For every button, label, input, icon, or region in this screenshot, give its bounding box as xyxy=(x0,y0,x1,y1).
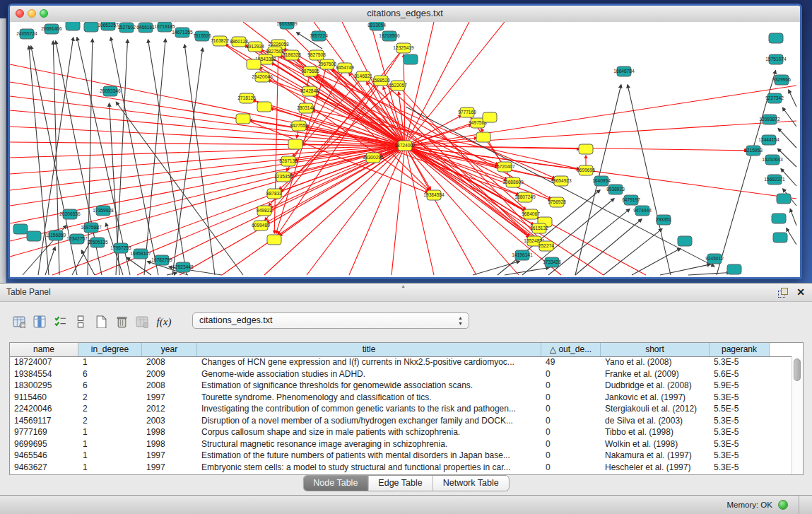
memory-ok-indicator-icon[interactable] xyxy=(778,500,788,510)
graph-node[interactable]: 12093872 xyxy=(759,115,780,124)
split-pane-handle[interactable]: ▴ xyxy=(402,283,405,289)
graph-node[interactable]: 8267130 xyxy=(279,156,298,166)
graph-edge[interactable] xyxy=(126,257,151,275)
graph-node[interactable]: 293351 xyxy=(656,215,671,225)
graph-edge[interactable] xyxy=(575,219,642,275)
graph-node[interactable]: 10688609 xyxy=(502,177,524,187)
network-window[interactable]: citations_edges.txt 18724007183002959777… xyxy=(8,4,802,279)
graph-node[interactable]: 1527602 xyxy=(117,23,136,33)
graph-node[interactable]: 9827508 xyxy=(307,50,326,60)
table-row[interactable]: 1938455462009Genome-wide association stu… xyxy=(10,368,792,380)
graph-node[interactable] xyxy=(404,54,418,64)
graph-node[interactable] xyxy=(678,236,692,246)
graph-node[interactable]: 8813054 xyxy=(367,22,386,30)
column-header-out_de...[interactable]: △ out_de... xyxy=(541,343,601,356)
graph-node[interactable]: 14671355 xyxy=(172,28,193,37)
function-builder-button[interactable]: f(x) xyxy=(153,313,175,331)
column-header-short[interactable]: short xyxy=(601,343,710,356)
scrollbar-thumb[interactable] xyxy=(794,358,801,381)
graph-edge[interactable] xyxy=(660,264,710,275)
graph-node[interactable]: 252274 xyxy=(539,241,554,251)
column-header-in_degree[interactable]: in_degree xyxy=(78,343,142,356)
graph-node[interactable]: 9329966 xyxy=(772,75,791,85)
citation-network-graph[interactable]: 1872400718300295977716994975687163822886… xyxy=(10,22,800,277)
select-columns-button[interactable] xyxy=(51,313,69,331)
column-header-year[interactable]: year xyxy=(142,343,197,356)
new-column-button[interactable] xyxy=(92,313,110,331)
table-row[interactable]: 969969511998Structural magnetic resonanc… xyxy=(10,438,792,450)
graph-node[interactable]: 20053346 xyxy=(100,86,121,96)
table-row[interactable]: 946362711997Embryonic stem cells: a mode… xyxy=(10,462,792,474)
vertical-scrollbar[interactable] xyxy=(792,356,803,474)
graph-node[interactable]: 12444154 xyxy=(758,135,779,145)
graph-node[interactable]: 6522057 xyxy=(389,81,407,90)
graph-node[interactable]: 19654923 xyxy=(551,176,572,186)
graph-node[interactable]: 15751074 xyxy=(765,54,787,64)
table-row[interactable]: 946554611997Estimation of the future num… xyxy=(10,450,792,462)
graph-node[interactable]: 8186328 xyxy=(283,50,301,60)
graph-edge[interactable] xyxy=(688,273,730,275)
graph-node[interactable]: 949822 xyxy=(257,206,272,216)
graph-node[interactable]: 2718126 xyxy=(237,93,256,103)
graph-node[interactable]: 16210643 xyxy=(762,155,783,165)
graph-node[interactable]: 12505135 xyxy=(87,238,108,247)
graph-node[interactable]: 6466161 xyxy=(136,23,155,33)
graph-node[interactable] xyxy=(13,224,28,234)
graph-node[interactable]: 9875685 xyxy=(301,66,319,76)
graph-node[interactable] xyxy=(476,132,490,142)
graph-node[interactable]: 7515526 xyxy=(193,31,211,41)
import-table-button[interactable] xyxy=(133,313,151,331)
graph-node[interactable]: 15692371 xyxy=(764,175,785,185)
graph-node[interactable]: 1640954 xyxy=(592,176,611,186)
graph-node[interactable] xyxy=(288,139,302,149)
graph-node[interactable]: 14196141 xyxy=(512,250,533,260)
graph-node[interactable]: 9684067 xyxy=(522,209,540,219)
graph-node[interactable]: 11156869 xyxy=(46,230,66,240)
graph-edge[interactable] xyxy=(778,129,796,148)
graph-node[interactable]: 1588520 xyxy=(372,76,390,86)
graph-node[interactable]: 16782759 xyxy=(151,255,172,265)
graph-node[interactable] xyxy=(777,194,791,204)
graph-edge[interactable] xyxy=(782,107,796,127)
delete-column-button[interactable] xyxy=(112,313,131,331)
graph-node[interactable]: 8454749 xyxy=(336,63,354,73)
table-mode-button[interactable] xyxy=(10,313,28,331)
tab-edge-table[interactable]: Edge Table xyxy=(367,476,432,491)
graph-edge[interactable] xyxy=(172,48,203,275)
graph-node[interactable]: 6099489 xyxy=(252,221,270,230)
float-panel-icon[interactable] xyxy=(778,288,788,298)
close-panel-icon[interactable]: ✕ xyxy=(796,286,805,298)
graph-edge[interactable] xyxy=(790,209,796,226)
graph-node[interactable]: 12923448 xyxy=(172,262,194,272)
graph-edge[interactable] xyxy=(628,85,671,275)
graph-node[interactable]: 10653257 xyxy=(98,22,119,30)
column-header-pagerank[interactable]: pagerank xyxy=(710,343,770,356)
graph-edge[interactable] xyxy=(404,54,405,146)
graph-node[interactable]: 18807249 xyxy=(514,192,536,202)
graph-node[interactable] xyxy=(247,59,261,69)
graph-edge[interactable] xyxy=(632,248,681,275)
graph-node[interactable]: 8427552 xyxy=(290,121,308,131)
graph-edge[interactable] xyxy=(717,71,776,275)
graph-node[interactable]: 1733426 xyxy=(543,257,561,267)
graph-node[interactable]: 7163822 xyxy=(211,36,229,46)
graph-node[interactable] xyxy=(773,233,787,243)
graph-node[interactable]: 6479197 xyxy=(622,195,640,205)
column-header-name[interactable]: name xyxy=(10,343,78,356)
graph-node[interactable]: 9474444 xyxy=(633,206,652,216)
network-canvas[interactable]: 1872400718300295977716994975687163822886… xyxy=(10,22,800,277)
graph-node[interactable] xyxy=(483,112,497,122)
graph-edge[interactable] xyxy=(505,267,549,275)
graph-node[interactable]: 12325419 xyxy=(393,43,414,53)
graph-edge[interactable] xyxy=(167,273,177,275)
graph-edge[interactable] xyxy=(148,40,187,275)
graph-node[interactable]: 16958107 xyxy=(130,249,151,259)
graph-node[interactable]: 17359928 xyxy=(93,206,114,216)
graph-node[interactable] xyxy=(66,22,80,30)
graph-node[interactable]: 8938923 xyxy=(606,185,625,194)
graph-node[interactable]: 9227342 xyxy=(765,93,784,103)
graph-node[interactable] xyxy=(236,114,250,124)
graph-edge[interactable] xyxy=(317,55,541,242)
graph-node[interactable]: 9777169 xyxy=(458,107,476,117)
graph-edge[interactable] xyxy=(406,107,714,267)
